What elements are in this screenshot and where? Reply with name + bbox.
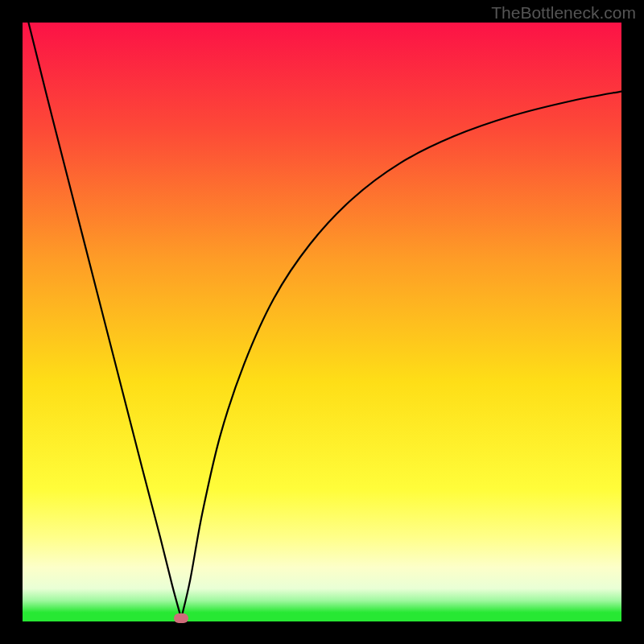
curve-right-branch: [181, 92, 621, 619]
min-marker: [174, 613, 188, 623]
curve-left-branch: [28, 23, 181, 618]
watermark-text: TheBottleneck.com: [491, 3, 636, 23]
curve-layer: [23, 23, 621, 621]
chart-frame: TheBottleneck.com: [0, 0, 644, 644]
plot-area: [23, 23, 621, 621]
